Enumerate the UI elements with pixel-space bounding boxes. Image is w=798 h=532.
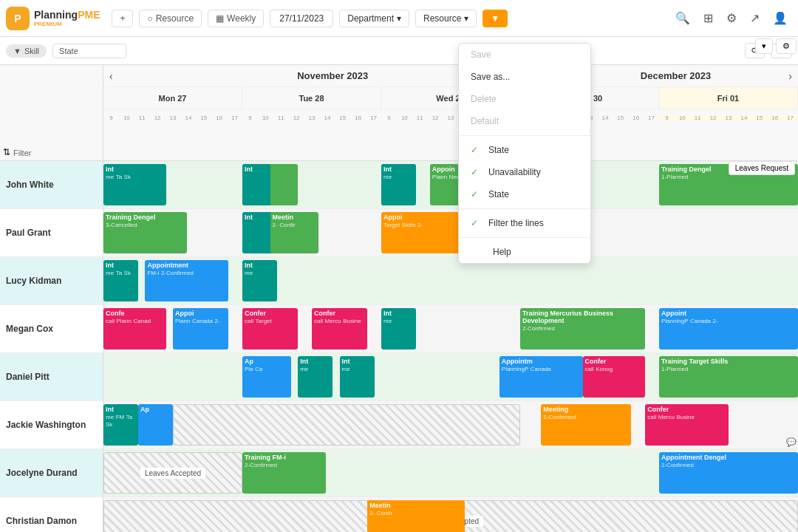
default-menu-item[interactable]: Default — [459, 110, 590, 132]
filter-icon-small: ▼ — [13, 47, 21, 55]
calendar-grid: Int me Ta Sk Meetin 2- Confir Int Int — [103, 161, 798, 532]
next-month-button[interactable]: › — [782, 70, 798, 82]
grid-row-christian-damon: Leaves Accepted Meetin 2- Confir — [103, 497, 798, 532]
day-mon27: Mon 27 — [103, 87, 242, 109]
event-int-tue[interactable]: Int — [242, 164, 270, 205]
leaves-accepted-mon: Leaves Accepted — [103, 452, 242, 494]
event-appoi-fri[interactable]: Appoint PlanningP Canada 2- — [659, 308, 798, 349]
state-filter-input[interactable] — [52, 44, 126, 58]
comment-icon: 💬 — [786, 437, 797, 447]
sort-button[interactable]: ⇅ — [3, 147, 10, 157]
hour-cell: 10 — [397, 115, 412, 121]
hour-cell: 17 — [782, 115, 798, 121]
event-training-fri[interactable]: Training Target Skills 1-Planned — [659, 356, 798, 398]
state2-menu-item[interactable]: ✓ State — [459, 183, 590, 205]
department-dropdown[interactable]: Department ▾ — [339, 10, 409, 27]
share-button[interactable]: ↗ — [746, 8, 764, 28]
hour-cell: 14 — [736, 115, 751, 121]
help-menu-item[interactable]: Help — [459, 241, 590, 263]
weekly-button[interactable]: ▦ Weekly — [208, 10, 264, 27]
dropdown-menu: Save Save as... Delete Default ✓ State ✓… — [458, 43, 591, 264]
event-int-wed2[interactable]: Int me — [381, 164, 409, 205]
resource-name: Jackie Washington — [6, 420, 86, 430]
delete-label: Delete — [471, 94, 497, 104]
filter-settings-btn[interactable]: ⚙ — [776, 38, 797, 54]
calendar-icon: ▦ — [216, 13, 224, 24]
event-int-wed[interactable]: Int me — [340, 356, 375, 398]
resource-name: Paul Grant — [6, 228, 51, 238]
hour-cell: 17 — [644, 115, 659, 121]
hour-cell: 11 — [412, 115, 428, 121]
event-int-tue2[interactable]: Int me — [298, 356, 332, 398]
event-ap-tue[interactable]: Ap Pla Ca — [242, 356, 291, 398]
event-training-mon[interactable]: Training Dengel 3-Cancelled — [103, 212, 187, 253]
hour-cell: 11 — [690, 115, 706, 121]
hour-cell: 16 — [628, 115, 644, 121]
state-menu-item[interactable]: ✓ State — [459, 139, 590, 161]
event-ap-mon[interactable]: Ap — [138, 404, 173, 446]
main-area: ⇅ Filter John White Paul Grant Lucy Kidm… — [0, 65, 798, 532]
resource-row-jackie-washington: Jackie Washington — [0, 401, 103, 449]
day-fri01: Fri 01 — [659, 87, 798, 109]
hour-cell: 16 — [350, 115, 366, 121]
event-int-wed[interactable]: Int me — [381, 308, 416, 349]
event-meeting-tue2[interactable]: Meetin 2- Confir — [270, 212, 319, 253]
user-button[interactable]: 👤 — [768, 8, 792, 28]
hour-cell: 9 — [659, 115, 675, 121]
event-appoi-mon2[interactable]: Appoi Plann Canada 2- — [173, 308, 228, 349]
filter-label: Filter — [13, 149, 31, 157]
hour-cell: 14 — [597, 115, 613, 121]
event-training-thu[interactable]: Training Mercurius Business Development … — [520, 308, 645, 349]
resource-row-daniel-pitt: Daniel Pitt — [0, 353, 103, 401]
grid-row-lucy-kidman: Int me Ta Sk Appointment FM-i 2-Confirme… — [103, 257, 798, 305]
unavailability-menu-item[interactable]: ✓ Unavailability — [459, 161, 590, 183]
event-appointment-mon[interactable]: Appointment FM-i 2-Confirmed — [145, 260, 228, 301]
hour-cell: 11 — [273, 115, 289, 121]
resource-dropdown[interactable]: Resource ▾ — [415, 10, 477, 27]
layers-button[interactable]: ⊞ — [699, 8, 717, 28]
save-label: Save — [471, 50, 491, 60]
save-as-menu-item[interactable]: Save as... — [459, 66, 590, 88]
filter-dropdown-btn[interactable]: ▾ — [755, 38, 773, 54]
event-int-mon[interactable]: Int me Ta Sk — [103, 260, 138, 301]
calendar-header: ‹ November 2023 W. 48 December 2023 › — [103, 65, 798, 161]
day-label: Tue 28 — [299, 94, 324, 103]
settings-icon-filter: ⚙ — [782, 41, 790, 50]
day-tue28: Tue 28 — [242, 87, 381, 109]
event-conf-fri[interactable]: Confer call Mercu Busine — [645, 404, 729, 446]
filter-button[interactable]: ▼ — [482, 10, 508, 27]
event-conf-thu[interactable]: Confer call Konog — [583, 356, 646, 398]
resource-row-john-white: John White — [0, 161, 103, 209]
resource-button[interactable]: ○ Resource — [139, 10, 202, 27]
delete-menu-item[interactable]: Delete — [459, 88, 590, 110]
event-int-mon[interactable]: Int me Ta Sk — [103, 164, 166, 205]
leaves-label: Leaves Accepted — [140, 468, 205, 479]
settings-button[interactable]: ⚙ — [722, 8, 741, 28]
event-conf-wed[interactable]: Confer call Mercu Busine — [312, 308, 367, 349]
event-appointment-fri[interactable]: Appointment Dengel 2-Confirmed — [659, 452, 798, 494]
event-meeting-thu[interactable]: Meeting 2-Confirmed — [541, 404, 631, 446]
save-as-label: Save as... — [471, 72, 510, 82]
hour-cell: 13 — [721, 115, 737, 121]
event-appoi-thu[interactable]: Appointm PlanningP Canada — [499, 356, 583, 398]
prev-month-button[interactable]: ‹ — [103, 70, 119, 82]
hour-cell: 14 — [180, 115, 196, 121]
chevron-down-icon: ▾ — [397, 13, 401, 24]
filter-icon: ▼ — [491, 13, 499, 24]
day-label: Fri 01 — [717, 94, 739, 103]
event-int-tue[interactable]: Int me — [242, 260, 277, 301]
event-conf-tue[interactable]: Confer call Target — [242, 308, 298, 349]
event-training-tue[interactable]: Training FM-i 2-Confirmed — [242, 452, 326, 494]
save-menu-item[interactable]: Save — [459, 44, 590, 66]
event-conf-mon[interactable]: Confe call Plann Canad — [103, 308, 166, 349]
search-button[interactable]: 🔍 — [671, 8, 695, 28]
grid-row-paul-grant: Training Dengel 3-Cancelled Int Meetin 2… — [103, 209, 798, 257]
event-int-mon[interactable]: Int me FM Ta Sk — [103, 404, 138, 446]
hour-cell: 10 — [119, 115, 134, 121]
add-button[interactable]: + — [112, 10, 133, 27]
filter-lines-menu-item[interactable]: ✓ Filter the lines — [459, 212, 590, 234]
event-meeting-wed[interactable]: Meetin 2- Confir — [367, 500, 465, 532]
resource-name: Jocelyne Durand — [6, 468, 78, 478]
header: P PlanningPME PREMIUM + ○ Resource ▦ Wee… — [0, 0, 798, 37]
hour-cell: 13 — [443, 115, 459, 121]
